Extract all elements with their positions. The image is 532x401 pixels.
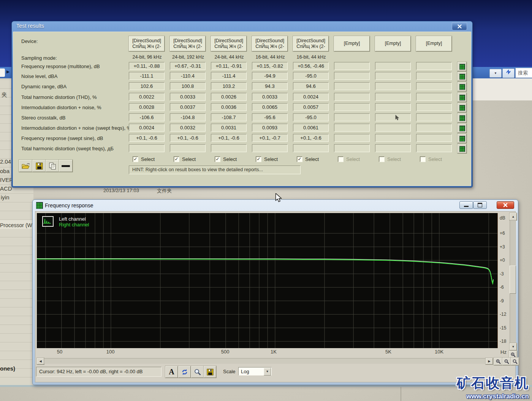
save-graph-button[interactable] (204, 366, 216, 378)
result-cell[interactable] (334, 124, 370, 132)
device-column-header[interactable]: [Empty] (416, 36, 452, 51)
device-column-header[interactable]: [DirectSound]СпЙщ Жч (2- (252, 36, 288, 51)
select-checkbox[interactable]: ✓ (297, 156, 302, 162)
result-cell[interactable] (334, 93, 370, 101)
result-cell[interactable] (375, 134, 411, 142)
result-cell[interactable] (129, 144, 165, 152)
result-cell[interactable] (416, 103, 452, 111)
report-graph-button[interactable] (458, 62, 467, 71)
device-column-header[interactable]: [Empty] (334, 36, 370, 51)
result-cell[interactable]: 103.2 (211, 82, 247, 90)
result-cell[interactable]: 0.0024 (129, 124, 165, 132)
result-cell[interactable]: 0.0026 (211, 93, 247, 101)
scroll-up-button[interactable]: ▲ (510, 213, 517, 220)
result-cell[interactable]: 0.0031 (211, 124, 247, 132)
result-cell[interactable] (170, 144, 206, 152)
result-cell[interactable] (334, 144, 370, 152)
close-button[interactable] (497, 201, 514, 209)
device-column-header[interactable]: [DirectSound]СпЙщ Жч (2- (211, 36, 247, 51)
result-cell[interactable] (334, 134, 370, 142)
select-checkbox[interactable]: ✓ (133, 156, 138, 162)
result-cell[interactable] (334, 113, 370, 121)
result-cell[interactable]: -95.0 (293, 72, 329, 80)
device-column-header[interactable]: [DirectSound]СпЙщ Жч (2- (129, 36, 165, 51)
result-cell[interactable]: +0.67, -0.31 (170, 62, 206, 70)
device-column-header[interactable]: [DirectSound]СпЙщ Жч (2- (293, 36, 329, 51)
minimize-button[interactable] (459, 201, 473, 209)
report-graph-button[interactable] (458, 82, 467, 91)
result-cell[interactable]: +0.11, -0.91 (211, 62, 247, 70)
result-cell[interactable]: 0.0036 (211, 103, 247, 111)
result-cell[interactable]: -95.0 (293, 113, 329, 121)
result-cell[interactable] (334, 82, 370, 90)
result-cell[interactable]: 0.0057 (293, 103, 329, 111)
result-cell[interactable]: -106.6 (129, 113, 165, 121)
report-graph-button[interactable] (458, 103, 467, 112)
result-cell[interactable] (416, 93, 452, 101)
result-cell[interactable] (416, 144, 452, 152)
result-cell[interactable]: 0.0024 (293, 93, 329, 101)
zoom-tool-button[interactable] (191, 366, 204, 378)
result-cell[interactable]: +0.1, -0.6 (129, 134, 165, 142)
result-cell[interactable] (293, 144, 329, 152)
result-cell[interactable]: +0.56, -0.46 (293, 62, 329, 70)
report-graph-button[interactable] (458, 134, 467, 143)
result-cell[interactable]: +0.1, -0.7 (252, 134, 288, 142)
refresh-graph-button[interactable] (178, 366, 191, 378)
report-graph-button[interactable] (458, 93, 467, 102)
result-cell[interactable] (416, 72, 452, 80)
report-graph-button[interactable] (458, 72, 467, 81)
result-cell[interactable]: +0.1, -0.6 (293, 134, 329, 142)
save-results-button[interactable] (32, 160, 46, 172)
copy-results-button[interactable] (46, 160, 59, 172)
scale-dropdown[interactable]: Log ▼ (238, 367, 272, 376)
result-cell[interactable]: 0.0032 (170, 124, 206, 132)
scroll-left-button[interactable]: ◀ (37, 358, 44, 364)
device-column-header[interactable]: [DirectSound]СпЙщ Жч (2- (170, 36, 206, 51)
select-checkbox[interactable]: ✓ (215, 156, 220, 162)
result-cell[interactable]: -95.6 (252, 113, 288, 121)
scroll-down-button[interactable]: ▼ (510, 343, 517, 350)
result-cell[interactable]: +0.1, -0.6 (170, 134, 206, 142)
result-cell[interactable]: 0.0022 (129, 93, 165, 101)
result-cell[interactable]: 0.0037 (170, 103, 206, 111)
result-cell[interactable]: +0.15, -0.82 (252, 62, 288, 70)
open-results-button[interactable] (19, 160, 33, 172)
result-cell[interactable] (416, 113, 452, 121)
zoom-in-vertical-button[interactable] (509, 351, 517, 358)
result-cell[interactable] (375, 93, 411, 101)
select-checkbox[interactable] (338, 156, 344, 162)
result-cell[interactable]: -111.1 (129, 72, 165, 80)
search-input[interactable]: 搜索 (515, 68, 532, 78)
vertical-scrollbar-thumb[interactable] (510, 266, 516, 294)
select-checkbox[interactable]: ✓ (174, 156, 179, 162)
address-dropdown-button[interactable]: ▼ (489, 69, 502, 78)
result-cell[interactable] (211, 144, 247, 152)
scroll-right-button[interactable]: ▶ (486, 358, 493, 364)
zoom-out-button[interactable] (502, 358, 511, 365)
result-cell[interactable]: 0.0033 (252, 93, 288, 101)
result-cell[interactable] (375, 103, 411, 111)
result-cell[interactable] (416, 124, 452, 132)
result-cell[interactable]: 100.8 (170, 82, 206, 90)
select-checkbox[interactable] (420, 156, 426, 162)
report-graph-button[interactable] (458, 113, 467, 123)
result-cell[interactable] (375, 124, 411, 132)
result-cell[interactable] (375, 72, 411, 80)
result-cell[interactable]: -111.4 (211, 72, 247, 80)
result-cell[interactable] (334, 72, 370, 80)
select-checkbox[interactable] (379, 156, 385, 162)
device-column-header[interactable]: [Empty] (375, 36, 411, 51)
font-button[interactable]: A (165, 366, 178, 378)
zoom-in-button[interactable] (494, 358, 502, 365)
report-graph-button[interactable] (458, 124, 467, 133)
horizontal-scrollbar-track[interactable] (44, 358, 485, 364)
result-cell[interactable]: +0.11, -0.88 (129, 62, 165, 70)
maximize-button[interactable] (473, 201, 487, 209)
select-checkbox[interactable]: ✓ (256, 156, 261, 162)
refresh-button[interactable] (502, 68, 515, 78)
result-cell[interactable]: 0.0033 (170, 93, 206, 101)
result-cell[interactable] (375, 82, 411, 90)
close-button[interactable] (452, 22, 467, 30)
result-cell[interactable]: 0.0061 (293, 124, 329, 132)
